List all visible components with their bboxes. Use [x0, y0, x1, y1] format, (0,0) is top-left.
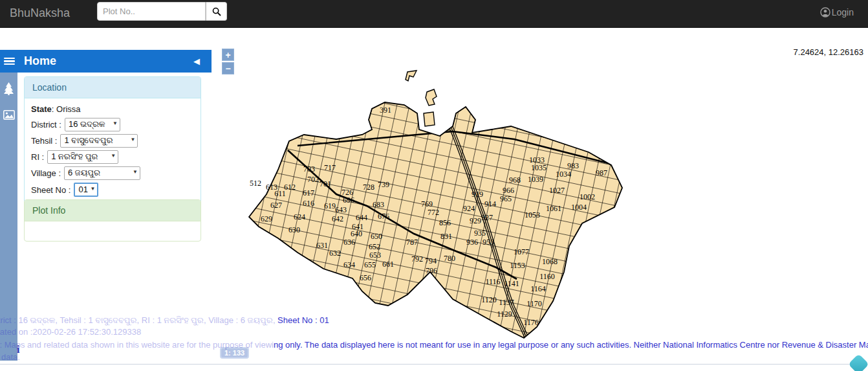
plot-label[interactable]: 629 — [261, 214, 272, 223]
plot-label[interactable]: 1116 — [485, 277, 500, 286]
plot-label[interactable]: 653 — [369, 251, 381, 260]
plot-label[interactable]: 1120 — [481, 295, 497, 304]
plot-label[interactable]: 630 — [288, 225, 300, 234]
detached-parcel-b[interactable] — [424, 112, 435, 126]
plot-label[interactable]: 644 — [356, 213, 367, 222]
tehsil-select[interactable]: 1 ବାସୁଦେବପୁର — [60, 134, 138, 148]
plot-label[interactable]: 636 — [343, 238, 355, 247]
plot-label[interactable]: 1170 — [526, 299, 542, 308]
plot-label[interactable]: 914 — [484, 199, 496, 208]
zoom-control: + − — [222, 49, 234, 76]
map-viewport[interactable]: 3915126136126276296246306316326346566556… — [212, 28, 868, 365]
plot-label[interactable]: 936 — [466, 238, 478, 247]
plot-label[interactable]: 1002 — [580, 192, 595, 201]
plot-label[interactable]: 391 — [380, 106, 391, 115]
bottom-divider — [0, 364, 868, 365]
plot-label[interactable]: 796 — [426, 266, 437, 275]
plot-label[interactable]: 624 — [294, 212, 305, 221]
basemap-image-icon[interactable] — [0, 105, 17, 124]
plot-label[interactable]: 611 — [274, 189, 286, 198]
plot-label[interactable]: 987 — [596, 168, 607, 177]
plot-label[interactable]: 1137 — [499, 298, 514, 307]
plot-label[interactable]: 634 — [343, 260, 355, 269]
village-select[interactable]: 6 ଜୟପୁର — [64, 166, 140, 180]
plot-label[interactable]: 726 — [342, 188, 353, 197]
zoom-out-button[interactable]: − — [222, 62, 234, 74]
plot-label[interactable]: 640 — [351, 229, 362, 238]
plot-label[interactable]: 1153 — [510, 261, 525, 270]
plot-label[interactable]: 856 — [439, 218, 451, 227]
plot-search-input[interactable] — [97, 2, 206, 21]
plot-label[interactable]: 1176 — [523, 318, 539, 327]
plot-label[interactable]: 652 — [369, 242, 380, 251]
plot-label[interactable]: 983 — [567, 161, 579, 170]
plot-label[interactable]: 632 — [329, 249, 341, 258]
plot-label[interactable]: 642 — [332, 214, 343, 223]
cadastral-map[interactable]: 3915126136126276296246306316326346566556… — [212, 28, 868, 365]
plot-label[interactable]: 661 — [382, 260, 394, 269]
plot-label[interactable]: 1061 — [546, 204, 561, 213]
plot-label[interactable]: 619 — [324, 201, 336, 210]
plot-label[interactable]: 769 — [421, 199, 433, 208]
plot-label[interactable]: 616 — [303, 199, 314, 208]
plot-label[interactable]: 696 — [343, 196, 354, 205]
plot-label[interactable]: 924 — [463, 204, 475, 213]
plot-label[interactable]: 739 — [378, 180, 389, 189]
plot-label[interactable]: 1141 — [504, 279, 519, 288]
plot-label[interactable]: 1053 — [525, 210, 540, 219]
plot-label[interactable]: 792 — [411, 254, 423, 264]
plot-label[interactable]: 1164 — [530, 284, 546, 293]
layers-tree-icon[interactable] — [0, 79, 17, 98]
plot-label[interactable]: 650 — [371, 232, 382, 241]
plot-label[interactable]: 919 — [472, 190, 483, 199]
plot-label[interactable]: 617 — [303, 188, 314, 197]
plot-label[interactable]: 787 — [406, 238, 418, 247]
plot-label[interactable]: 627 — [270, 201, 282, 210]
plot-label[interactable]: 683 — [373, 200, 384, 209]
login-button[interactable]: Login — [820, 7, 854, 17]
plot-label[interactable]: 968 — [509, 175, 521, 185]
plot-label[interactable]: 1129 — [497, 309, 512, 319]
village-row: Village : 6 ଜୟପୁର — [31, 166, 194, 180]
plot-label[interactable]: 1035 — [531, 163, 547, 172]
plot-label[interactable]: 1160 — [539, 272, 555, 281]
plot-label[interactable]: 1004 — [571, 203, 587, 212]
collapse-sidebar-icon[interactable]: ◀ — [193, 56, 200, 66]
detached-parcel-flag[interactable] — [406, 71, 417, 81]
plot-label[interactable]: 965 — [500, 194, 512, 203]
search-button[interactable] — [206, 2, 227, 21]
plot-label[interactable]: 655 — [364, 260, 376, 269]
ri-select[interactable]: 1 ନରସିଂହ ପୁର — [47, 150, 118, 164]
plot-label[interactable]: 966 — [503, 186, 514, 195]
plot-label[interactable]: 643 — [335, 205, 347, 214]
plot-label[interactable]: 953 — [483, 238, 494, 247]
zoom-in-button[interactable]: + — [222, 49, 234, 61]
plot-label[interactable]: 935 — [474, 229, 486, 238]
plot-label[interactable]: 1068 — [542, 257, 558, 266]
plot-label[interactable]: 1027 — [549, 186, 565, 195]
plot-label[interactable]: 656 — [360, 273, 371, 282]
plot-label[interactable]: 929 — [470, 216, 481, 225]
plot-label[interactable]: 1039 — [528, 175, 543, 184]
plot-label[interactable]: 631 — [316, 241, 328, 250]
hamburger-menu-icon[interactable] — [0, 56, 18, 67]
detached-parcel-a[interactable] — [426, 89, 437, 106]
plot-label[interactable]: 701 — [320, 179, 331, 188]
plot-label[interactable]: 772 — [428, 208, 439, 217]
plot-label[interactable]: 1077 — [514, 247, 529, 256]
plot-label[interactable]: 717 — [324, 163, 336, 172]
info-icon[interactable]: i — [17, 344, 19, 355]
plot-label[interactable]: 702 — [307, 175, 319, 184]
plot-label[interactable]: 780 — [444, 254, 455, 263]
plot-label[interactable]: 703 — [303, 164, 315, 174]
plot-label[interactable]: 1034 — [556, 170, 571, 179]
plot-label[interactable]: 927 — [481, 213, 493, 222]
plot-label[interactable]: 676 — [378, 212, 389, 221]
sheetno-select[interactable]: 01 — [74, 183, 98, 197]
plot-label[interactable]: 794 — [425, 256, 437, 265]
plot-label[interactable]: 728 — [363, 183, 374, 192]
tehsil-row: Tehsil : 1 ବାସୁଦେବପୁର — [31, 134, 194, 148]
plot-label[interactable]: 512 — [250, 179, 261, 188]
plot-label[interactable]: 831 — [440, 232, 452, 241]
district-select[interactable]: 16 ଭଦ୍ରକ — [65, 118, 120, 131]
